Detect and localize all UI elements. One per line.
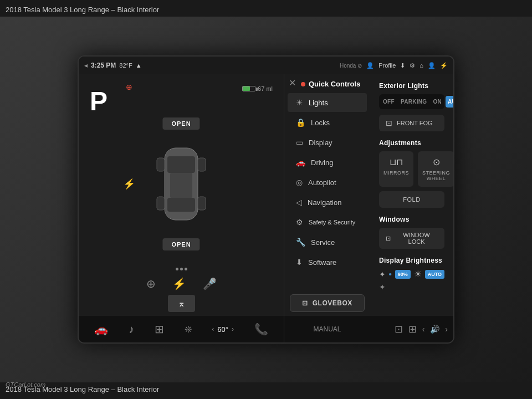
climate-temp-display: ‹ 60° › bbox=[212, 325, 234, 334]
clock-display: 3:25 PM bbox=[91, 62, 116, 69]
quick-controls-panel: ✕ Quick Controls ☀ Lights 🔒 Locks ▭ Disp… bbox=[284, 74, 370, 342]
window-lock-button[interactable]: ⊡ WINDOW LOCK bbox=[379, 228, 444, 249]
rear-defrost-icon[interactable]: ⊡ bbox=[395, 323, 403, 335]
toggle-on[interactable]: ON bbox=[431, 96, 444, 108]
autopilot-label: Autopilot bbox=[308, 178, 336, 187]
driving-icon: 🚗 bbox=[296, 158, 305, 167]
charging-bottom-icon[interactable]: ⚡ bbox=[172, 277, 186, 290]
display-label: Display bbox=[309, 139, 332, 147]
watermark: GTCarLot.com bbox=[6, 381, 45, 388]
manual-label: MANUAL bbox=[313, 325, 341, 333]
car-top-view-svg bbox=[154, 137, 209, 231]
toggle-off[interactable]: OFF bbox=[381, 96, 397, 108]
phone-taskbar-icon[interactable]: 📞 bbox=[254, 323, 268, 336]
home-icon: ⌂ bbox=[420, 62, 423, 69]
brightness-sun-icon: ✦ bbox=[379, 270, 386, 279]
front-fog-button[interactable]: ⊡ FRONT FOG bbox=[379, 115, 444, 131]
menu-locks[interactable]: 🔒 Locks bbox=[288, 113, 367, 132]
windows-title: Windows bbox=[379, 216, 444, 223]
toggle-parking[interactable]: PARKING bbox=[398, 96, 429, 108]
open-trunk-button[interactable]: OPEN bbox=[162, 117, 200, 130]
glovebox-icon: ⊡ bbox=[302, 299, 308, 307]
bottom-taskbar-right: ⊡ ⊞ ‹ 🔊 › bbox=[370, 316, 453, 342]
autopilot-icon: ◎ bbox=[296, 178, 303, 187]
display-brightness-title: Display Brightness bbox=[379, 257, 444, 264]
exterior-lights-toggle: OFF PARKING ON AUTO bbox=[379, 94, 444, 109]
safety-label: Safety & Security bbox=[309, 219, 355, 226]
brightness-bar bbox=[389, 273, 392, 275]
download-icon: ⬇ bbox=[400, 62, 405, 69]
car-taskbar-icon[interactable]: 🚗 bbox=[94, 323, 108, 336]
open-frunk-button[interactable]: OPEN bbox=[162, 238, 200, 250]
brightness-controls: ✦ 90% ☀ AUTO bbox=[379, 269, 444, 279]
quick-controls-header: Quick Controls bbox=[284, 74, 370, 93]
gallery-taskbar-icon[interactable]: ⊞ bbox=[155, 323, 164, 336]
profile-area: Honda ⊘ 👤 Profile ⬇ ⚙ ⌂ 👤 ⚡ bbox=[340, 62, 448, 69]
navigation-icon: ◁ bbox=[296, 198, 302, 207]
settings-bottom-icon[interactable]: ⊕ bbox=[146, 277, 156, 290]
brightness-fill bbox=[389, 273, 391, 275]
fan-taskbar-icon[interactable]: ❊ bbox=[185, 324, 192, 335]
adjustments-title: Adjustments bbox=[379, 139, 444, 147]
menu-display[interactable]: ▭ Display bbox=[288, 133, 367, 152]
bluetooth-icon: ⚡ bbox=[440, 62, 448, 69]
right-panel: Exterior Lights OFF PARKING ON AUTO ⊡ FR… bbox=[370, 74, 453, 342]
adjustments-buttons: ⊔⊓ MIRRORS ⊙ STEERING WHEEL bbox=[379, 151, 444, 187]
prev-icon[interactable]: ‹ bbox=[422, 325, 425, 334]
toggle-auto[interactable]: AUTO bbox=[446, 96, 453, 108]
charging-icon: ⚡ bbox=[123, 178, 135, 190]
close-button[interactable]: ✕ bbox=[289, 78, 296, 88]
car-view: OPEN ⚡ bbox=[126, 117, 237, 250]
wifi-icon: ▲ bbox=[136, 62, 142, 69]
status-bar: ◂ 3:25 PM 82°F ▲ Honda ⊘ 👤 Profile ⬇ ⚙ ⌂… bbox=[79, 57, 453, 74]
menu-navigation[interactable]: ◁ Navigation bbox=[288, 193, 367, 212]
menu-safety[interactable]: ⚙ Safety & Security bbox=[288, 213, 367, 232]
svg-rect-6 bbox=[157, 158, 165, 171]
climate-controls: ⊕ ⚡ 🎤 ⌅ bbox=[79, 268, 284, 312]
software-icon: ⬇ bbox=[296, 258, 303, 267]
menu-service[interactable]: 🔧 Service bbox=[288, 233, 367, 252]
steering-wheel-button[interactable]: ⊙ STEERING WHEEL bbox=[418, 151, 453, 187]
page-title: 2018 Tesla Model 3 Long Range – Black In… bbox=[6, 6, 159, 14]
battery-icon bbox=[242, 86, 255, 91]
screen-icon[interactable]: ⊞ bbox=[408, 323, 417, 335]
locks-icon: 🔒 bbox=[296, 118, 305, 127]
menu-autopilot[interactable]: ◎ Autopilot bbox=[288, 173, 367, 192]
mic-icon[interactable]: 🎤 bbox=[203, 277, 217, 290]
music-taskbar-icon[interactable]: ♪ bbox=[129, 323, 134, 336]
profile-button[interactable]: Profile bbox=[378, 62, 396, 69]
driving-label: Driving bbox=[311, 158, 333, 167]
svg-rect-8 bbox=[157, 197, 165, 210]
glovebox-button[interactable]: ⊡ GLOVEBOX bbox=[290, 294, 365, 312]
brightness-sun-high-icon: ☀ bbox=[414, 269, 422, 279]
exterior-lights-title: Exterior Lights bbox=[379, 82, 444, 90]
chevron-left-icon[interactable]: ‹ bbox=[212, 325, 214, 333]
service-icon: 🔧 bbox=[296, 238, 305, 247]
park-alert-icon: ⊕ bbox=[126, 82, 132, 92]
photo-frame: ◂ 3:25 PM 82°F ▲ Honda ⊘ 👤 Profile ⬇ ⚙ ⌂… bbox=[0, 17, 532, 382]
next-icon[interactable]: › bbox=[445, 325, 448, 334]
fold-button[interactable]: FOLD bbox=[379, 191, 444, 208]
wiper-icon: ⌅ bbox=[178, 299, 185, 308]
chevron-right-icon[interactable]: › bbox=[232, 325, 234, 333]
menu-software[interactable]: ⬇ Software bbox=[288, 253, 367, 272]
brightness-auto-button[interactable]: AUTO bbox=[425, 270, 444, 279]
menu-lights[interactable]: ☀ Lights bbox=[288, 93, 367, 112]
bottom-taskbar-left: 🚗 ♪ ⊞ ❊ ‹ 60° › 📞 bbox=[79, 316, 284, 342]
brightness-low-icon: ✦ bbox=[379, 283, 386, 291]
tesla-screen: ◂ 3:25 PM 82°F ▲ Honda ⊘ 👤 Profile ⬇ ⚙ ⌂… bbox=[78, 55, 454, 344]
mirrors-icon: ⊔⊓ bbox=[390, 157, 403, 167]
bottom-taskbar-middle: MANUAL bbox=[284, 316, 370, 342]
dots-indicator bbox=[176, 268, 187, 270]
locks-label: Locks bbox=[311, 119, 330, 127]
settings-status-icon: ⚙ bbox=[410, 62, 415, 69]
brightness-slider[interactable] bbox=[389, 273, 392, 275]
menu-driving[interactable]: 🚗 Driving bbox=[288, 153, 367, 172]
mirrors-button[interactable]: ⊔⊓ MIRRORS bbox=[379, 151, 413, 187]
volume-icon[interactable]: 🔊 bbox=[430, 325, 439, 334]
fog-icon: ⊡ bbox=[386, 119, 392, 127]
nav-back-icon[interactable]: ◂ bbox=[84, 62, 88, 69]
steering-icon: ⊙ bbox=[433, 157, 440, 167]
display-icon: ▭ bbox=[296, 138, 303, 147]
wiper-button[interactable]: ⌅ bbox=[168, 295, 195, 312]
